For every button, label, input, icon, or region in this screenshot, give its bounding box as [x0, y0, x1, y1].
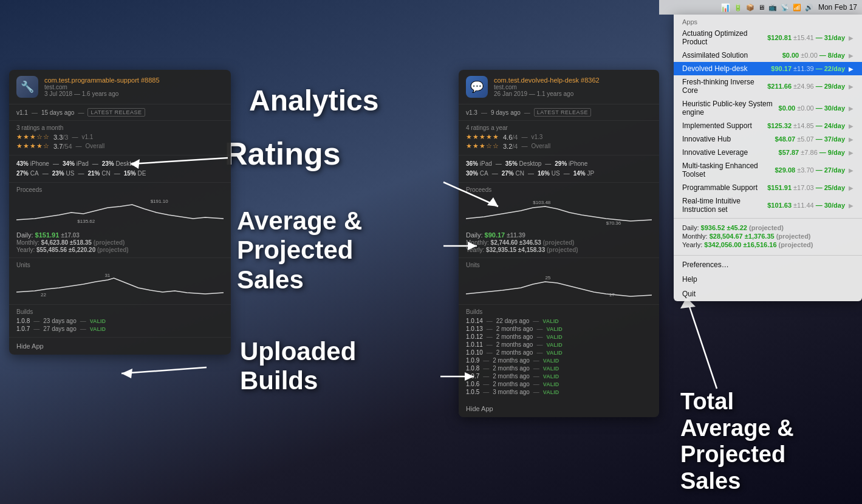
monthly-line-right: Monthly: $2,744.60 ±346.53 (projected) — [466, 239, 652, 246]
menu-item-8[interactable]: Multi-tasking Enhanced Toolset $29.08 ±3… — [674, 159, 862, 181]
build-row-2-left: 1.0.7 — 27 days ago — VALID — [16, 325, 224, 332]
app-icon-right: 💬 — [466, 76, 488, 98]
wifi-icon: 📶 — [793, 4, 801, 12]
units-chart-left: 31 22 — [16, 271, 224, 298]
build-row-1-left: 1.0.8 — 23 days ago — VALID — [16, 318, 224, 324]
build-row-6-right: 1.0.9 — 2 months ago — VALID — [466, 357, 652, 364]
menu-item-stats-0: $120.81 ±15.41 — 31/day — [767, 34, 845, 41]
proceeds-label-left: Proceeds — [16, 186, 224, 193]
latest-badge-left: LATEST RELEASE — [87, 108, 145, 117]
yearly-line-right: Yearly: $32,935.15 ±4,158.33 (projected) — [466, 247, 652, 253]
menu-divider-2 — [674, 255, 862, 256]
menu-item-stats-10: $101.63 ±11.44 — 30/day — [767, 202, 845, 209]
proceeds-section-left: Proceeds $191.10 $135.62 Daily: $151.91 … — [9, 183, 231, 258]
menu-item-stats-7: $57.87 ±7.86 — 9/day — [779, 149, 845, 156]
rating-row-overall-left: ★★★★☆ 3.7/54 — Overall — [16, 142, 224, 150]
geo-row1-right: 36% iPad — 35% Desktop — 29% iPhone — [466, 159, 652, 169]
menu-item-4[interactable]: Heuristic Public-key System engine $0.00… — [674, 97, 862, 119]
units-label-right: Units — [466, 262, 652, 268]
airplay-icon: 📺 — [768, 4, 777, 12]
geo-row1-left: 43% iPhone — 34% iPad — 23% Desktop — [16, 159, 224, 169]
menu-item-5[interactable]: Implemented Support $125.32 ±14.85 — 24/… — [674, 119, 862, 132]
menu-item-name-10: Real-time Intuitive Instruction set — [682, 197, 767, 214]
annotation-ratings: Ratings — [225, 137, 341, 171]
svg-text:$135.62: $135.62 — [77, 219, 95, 224]
geo-section-right: 36% iPad — 35% Desktop — 29% iPhone 30% … — [459, 155, 659, 183]
app-domain-right: test.com — [494, 84, 652, 90]
release-ver-left: v1.1 — [16, 109, 28, 116]
menu-item-0[interactable]: Actuating Optimized Product $120.81 ±15.… — [674, 27, 862, 49]
total-daily-line: Daily: $936.52 ±45.22 (projected) — [682, 224, 853, 231]
svg-text:22: 22 — [41, 292, 46, 298]
app-date-right: 26 Jan 2019 — 1.1 years ago — [494, 90, 652, 97]
stars-current-right: ★★★★★ — [466, 133, 499, 141]
quit-item[interactable]: Quit — [674, 287, 862, 301]
menu-section-label: Apps — [674, 15, 862, 27]
app-header-left: 🔧 com.test.programmable-support #8885 te… — [9, 70, 231, 104]
units-section-left: Units 31 22 — [9, 258, 231, 305]
menu-item-stats-3: $211.66 ±24.96 — 29/day — [767, 83, 845, 90]
app-menu-icon[interactable]: 📊 — [720, 3, 730, 12]
builds-label-right: Builds — [466, 308, 652, 315]
menu-item-7[interactable]: Innovative Leverage $57.87 ±7.86 — 9/day… — [674, 146, 862, 159]
stars-overall-right: ★★★☆☆ — [466, 142, 499, 150]
menu-item-name-3: Fresh-thinking Inverse Core — [682, 78, 767, 95]
menu-item-9[interactable]: Programmable Support $151.91 ±17.03 — 25… — [674, 181, 862, 194]
menu-item-3[interactable]: Fresh-thinking Inverse Core $211.66 ±24.… — [674, 75, 862, 97]
build-row-2-right: 1.0.13 — 2 months ago — VALID — [466, 325, 652, 332]
total-yearly-line: Yearly: $342,056.00 ±16,516.16 (projecte… — [682, 241, 853, 248]
app-bundle-right: com.test.devolved-help-desk #8362 — [494, 77, 652, 84]
build-row-1-right: 1.0.14 — 22 days ago — VALID — [466, 318, 652, 324]
battery-icon: 🔋 — [734, 4, 742, 12]
display-icon: 🖥 — [758, 4, 765, 11]
app-card-right: 💬 com.test.devolved-help-desk #8362 test… — [459, 70, 659, 417]
release-age-right: 9 days ago — [491, 109, 521, 116]
geo-row2-right: 30% CA — 27% CN — 16% US — 14% JP — [466, 169, 652, 179]
menu-item-2[interactable]: Devolved Help-desk $90.17 ±11.39 — 22/da… — [674, 62, 862, 75]
app-info-right: com.test.devolved-help-desk #8362 test.c… — [494, 77, 652, 97]
hide-app-button-left[interactable]: Hide App — [9, 338, 231, 355]
preferences-item[interactable]: Preferences… — [674, 257, 862, 272]
release-section-right: v1.3 — 9 days ago — LATEST RELEASE — [459, 104, 659, 121]
app-domain-left: test.com — [44, 84, 224, 90]
ratings-section-left: 3 ratings a month ★★★☆☆ 3.3/3 — v1.1 ★★★… — [9, 121, 231, 155]
latest-badge-right: LATEST RELEASE — [534, 108, 591, 117]
hide-app-button-right[interactable]: Hide App — [459, 400, 659, 417]
menu-item-name-1: Assimilated Solution — [682, 51, 782, 60]
svg-text:$103.48: $103.48 — [533, 200, 551, 205]
rating-overall-val-right: 3.2/4 — [503, 143, 518, 150]
rating-val-left: 3.3/3 — [53, 134, 68, 141]
build-row-3-right: 1.0.12 — 2 months ago — VALID — [466, 333, 652, 340]
help-item[interactable]: Help — [674, 272, 862, 287]
menu-item-1[interactable]: Assimilated Solution $0.00 ±0.00 — 8/day… — [674, 49, 862, 62]
proceeds-chart-right: $103.48 $70.36 — [466, 196, 652, 229]
annotation-avg-sales: Average &ProjectedSales — [237, 206, 362, 295]
geo-section-left: 43% iPhone — 34% iPad — 23% Desktop 27% … — [9, 155, 231, 183]
menu-total-section: Daily: $936.52 ±45.22 (projected) Monthl… — [674, 220, 862, 253]
proceeds-section-right: Proceeds $103.48 $70.36 Daily: $90.17 ±1… — [459, 183, 659, 258]
menu-item-name-8: Multi-tasking Enhanced Toolset — [682, 162, 775, 179]
monthly-line-left: Monthly: $4,623.80 ±518.35 (projected) — [16, 239, 224, 246]
svg-text:$70.36: $70.36 — [606, 220, 621, 226]
app-bundle-left: com.test.programmable-support #8885 — [44, 77, 224, 84]
menu-item-name-4: Heuristic Public-key System engine — [682, 100, 779, 117]
total-monthly-line: Monthly: $28,504.67 ±1,376.35 (projected… — [682, 233, 853, 240]
annotation-total-sales: TotalAverage &ProjectedSales — [680, 389, 794, 495]
app-header-right: 💬 com.test.devolved-help-desk #8362 test… — [459, 70, 659, 104]
menu-item-10[interactable]: Real-time Intuitive Instruction set $101… — [674, 194, 862, 216]
app-icon-left: 🔧 — [16, 76, 38, 98]
build-row-10-right: 1.0.5 — 3 months ago — VALID — [466, 389, 652, 395]
menu-item-name-0: Actuating Optimized Product — [682, 29, 767, 46]
menubar-time: Mon Feb 17 — [818, 3, 857, 12]
ratings-label-right: 4 ratings a year — [466, 124, 652, 131]
release-age-left: 15 days ago — [41, 109, 75, 116]
build-row-5-right: 1.0.10 — 2 months ago — VALID — [466, 349, 652, 356]
menu-item-stats-6: $48.07 ±5.07 — 37/day — [775, 135, 845, 143]
menu-item-6[interactable]: Innovative Hub $48.07 ±5.07 — 37/day ▶ — [674, 132, 862, 146]
yearly-line-left: Yearly: $55,485.56 ±6,220.20 (projected) — [16, 247, 224, 253]
rating-row-current-left: ★★★☆☆ 3.3/3 — v1.1 — [16, 133, 224, 141]
menu-item-stats-1: $0.00 ±0.00 — 8/day — [782, 52, 845, 59]
menu-item-name-7: Innovative Leverage — [682, 148, 779, 157]
builds-label-left: Builds — [16, 308, 224, 315]
app-card-left: 🔧 com.test.programmable-support #8885 te… — [9, 70, 231, 355]
